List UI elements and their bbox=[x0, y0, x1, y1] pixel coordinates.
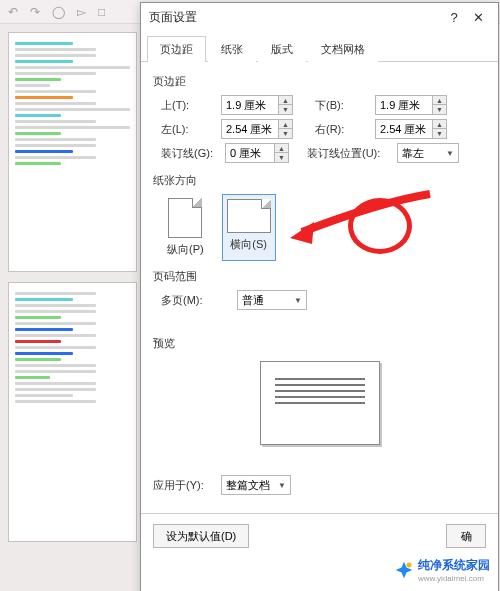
label-gutter-pos: 装订线位置(U): bbox=[307, 146, 391, 161]
label-left: 左(L): bbox=[161, 122, 215, 137]
page-thumb[interactable] bbox=[8, 282, 137, 542]
tab-layout[interactable]: 版式 bbox=[258, 36, 306, 62]
watermark-domain: www.yidaimei.com bbox=[418, 574, 490, 583]
help-icon[interactable]: ? bbox=[442, 10, 466, 25]
label-bottom: 下(B): bbox=[315, 98, 369, 113]
section-orientation: 纸张方向 bbox=[153, 173, 486, 188]
input-top[interactable]: ▲▼ bbox=[221, 95, 293, 115]
dialog-title: 页面设置 bbox=[149, 9, 197, 26]
redo-icon[interactable]: ↷ bbox=[30, 5, 40, 19]
square-icon[interactable]: □ bbox=[98, 5, 105, 19]
input-right[interactable]: ▲▼ bbox=[375, 119, 447, 139]
undo-icon[interactable]: ↶ bbox=[8, 5, 18, 19]
select-gutter-pos[interactable]: 靠左▼ bbox=[397, 143, 459, 163]
close-icon[interactable]: ✕ bbox=[466, 10, 490, 25]
ok-button[interactable]: 确 bbox=[446, 524, 486, 548]
select-multi[interactable]: 普通▼ bbox=[237, 290, 307, 310]
label-apply: 应用于(Y): bbox=[153, 478, 213, 493]
section-margins: 页边距 bbox=[153, 74, 486, 89]
tab-margins[interactable]: 页边距 bbox=[147, 36, 206, 62]
input-bottom[interactable]: ▲▼ bbox=[375, 95, 447, 115]
cursor-icon[interactable]: ▻ bbox=[77, 5, 86, 19]
dialog-tabs: 页边距 纸张 版式 文档网格 bbox=[141, 31, 498, 62]
circle-icon[interactable]: ◯ bbox=[52, 5, 65, 19]
set-default-button[interactable]: 设为默认值(D) bbox=[153, 524, 249, 548]
tab-grid[interactable]: 文档网格 bbox=[308, 36, 378, 62]
dialog-titlebar: 页面设置 ? ✕ bbox=[141, 3, 498, 31]
preview-thumbnail bbox=[260, 361, 380, 445]
label-gutter: 装订线(G): bbox=[161, 146, 219, 161]
page-thumb[interactable] bbox=[8, 32, 137, 272]
label-top: 上(T): bbox=[161, 98, 215, 113]
select-apply[interactable]: 整篇文档▼ bbox=[221, 475, 291, 495]
dialog-footer: 设为默认值(D) 确 bbox=[141, 513, 498, 558]
input-gutter[interactable]: ▲▼ bbox=[225, 143, 289, 163]
watermark: 纯净系统家园 www.yidaimei.com bbox=[390, 555, 494, 585]
watermark-brand: 纯净系统家园 bbox=[418, 557, 490, 574]
label-multi: 多页(M): bbox=[161, 293, 215, 308]
orientation-portrait[interactable]: 纵向(P) bbox=[163, 194, 208, 261]
tab-paper[interactable]: 纸张 bbox=[208, 36, 256, 62]
section-pages: 页码范围 bbox=[153, 269, 486, 284]
section-preview: 预览 bbox=[153, 336, 486, 351]
thumbnail-panel bbox=[0, 24, 145, 591]
orientation-landscape[interactable]: 横向(S) bbox=[222, 194, 276, 261]
watermark-logo-icon bbox=[394, 560, 414, 580]
label-right: 右(R): bbox=[315, 122, 369, 137]
page-setup-dialog: 页面设置 ? ✕ 页边距 纸张 版式 文档网格 页边距 上(T): ▲▼ 下(B… bbox=[140, 2, 499, 591]
input-left[interactable]: ▲▼ bbox=[221, 119, 293, 139]
svg-point-0 bbox=[407, 563, 412, 568]
